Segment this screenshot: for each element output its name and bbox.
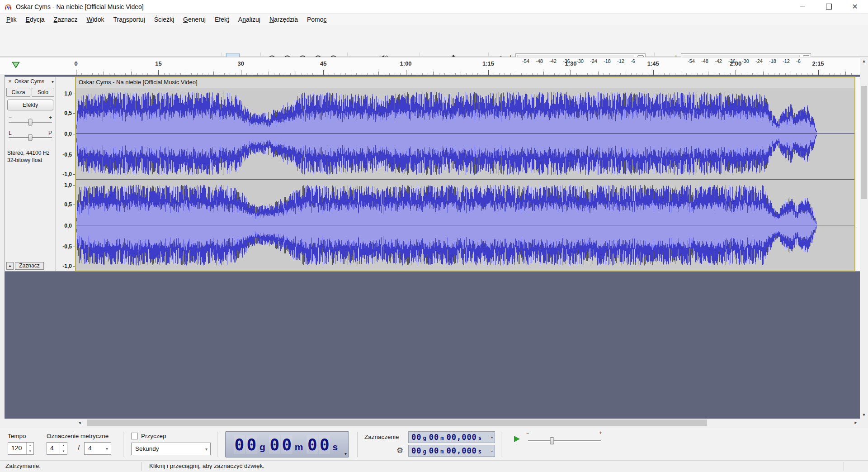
timeline-tick [818,70,819,75]
horizontal-scroll-thumb[interactable] [87,420,707,426]
menu-transportuj[interactable]: Transportuj [108,14,149,25]
play-at-speed-button[interactable] [509,432,524,446]
timeline-tick [642,73,642,75]
spin-down-icon[interactable]: ▾ [60,448,67,454]
spin-down-icon[interactable]: ▾ [27,448,33,454]
timeline-tick-label: 0 [74,60,77,67]
selection-end-field[interactable]: 00g00m00,000s▾ [408,445,495,457]
meter-scale-number: -6 [796,54,801,68]
big-time-display[interactable]: 00g00m00s ▾ [225,431,349,458]
time-signature-lower-select[interactable]: 4 ▾ [84,442,111,455]
timeline-tick [345,73,346,75]
menu-generuj[interactable]: Generuj [179,14,210,25]
track-name-menu[interactable]: Oskar Cyms ▾ [14,78,55,86]
timeline-tick [384,73,384,75]
menu-cieki[interactable]: Ścieżki [150,14,179,25]
chevron-down-icon[interactable]: ▾ [491,449,493,453]
scroll-left-icon: ◂ [78,420,81,425]
menu-plik[interactable]: Plik [2,14,21,25]
clip-header[interactable]: Oskar Cyms - Na niebie [Official Music V… [76,77,854,88]
gain-slider-thumb[interactable] [28,119,33,126]
track-select-button[interactable]: Zaznacz [15,262,44,270]
timeline-tick [153,73,153,75]
time-signature-upper-value: 4 [50,444,54,452]
snap-unit-select[interactable]: Sekundy ▾ [131,443,211,455]
restore-icon [826,4,832,10]
chevron-down-icon: ▾ [106,446,108,451]
meter-scale-number: -42 [549,54,557,68]
horizontal-scrollbar[interactable]: ◂ ▸ [0,419,860,427]
speed-plus-label: + [599,430,602,435]
scroll-left-button[interactable]: ◂ [75,419,84,427]
vertical-scroll-thumb[interactable] [861,86,867,199]
scroll-up-button[interactable]: ▴ [860,57,868,65]
track-close-button[interactable]: × [6,78,14,85]
timeline-tick [494,73,494,75]
menu-analizuj[interactable]: Analizuj [234,14,265,25]
track-workspace[interactable]: × Oskar Cyms ▾ Cisza Solo Efekty − + L P [0,75,868,419]
mute-label: Cisza [11,89,25,95]
speed-slider-thumb[interactable] [550,437,554,444]
amplitude-ruler[interactable]: 1,00,50,0-0,5-1,01,00,50,0-0,5-1,0 [56,76,75,272]
chevron-down-icon[interactable]: ▾ [491,435,493,440]
timeline-tick [219,73,219,75]
waveform-channel-left[interactable] [76,88,854,179]
playback-speed-slider[interactable]: − + [527,431,602,446]
menu-narzdzia[interactable]: Narzędzia [265,14,302,25]
meter-scale-number: -48 [536,54,543,68]
scroll-right-button[interactable]: ▸ [852,419,860,427]
close-button[interactable]: × [842,0,868,13]
timeline-tick [203,73,203,75]
timeline-tick [120,73,120,75]
spin-up-icon[interactable]: ▴ [27,443,33,448]
pan-slider-thumb[interactable] [28,134,33,141]
spin-up-icon[interactable]: ▴ [60,443,67,448]
timeline-tick [571,70,571,75]
pinned-playhead-icon[interactable] [12,62,20,70]
timeline-tick-label: 30 [238,60,244,67]
time-signature-slash: / [78,444,80,452]
menu-zaznacz[interactable]: Zaznacz [49,14,82,25]
collapse-icon: ▲ [8,264,12,268]
timeline-tick [604,73,604,75]
meter-scale-number: -18 [604,54,611,68]
timeline-tick [246,73,247,75]
restore-button[interactable] [816,0,842,13]
timeline-tick [554,73,555,75]
meter-scale-number: -30 [576,54,584,68]
effects-button[interactable]: Efekty [7,100,53,110]
solo-button[interactable]: Solo [32,88,54,97]
menu-efekt[interactable]: Efekt [210,14,234,25]
scroll-down-button[interactable]: ▾ [860,411,868,419]
track-name: Oskar Cyms [14,78,44,85]
menu-pomoc[interactable]: Pomoc [302,14,331,25]
track-collapse-button[interactable]: ▲ [6,262,14,270]
timeline-tick [741,73,741,75]
time-unit: s [478,435,481,441]
vertical-scrollbar[interactable]: ▴ ▾ [860,57,868,419]
selection-start-field[interactable]: 00g00m00,000s▾ [408,431,495,443]
pan-slider[interactable]: L P [6,130,55,141]
time-signature-upper-input[interactable]: 4 ▴▾ [47,442,67,455]
mute-button[interactable]: Cisza [6,88,30,97]
minimize-button[interactable]: ─ [789,0,816,13]
meter-scale-number: -54 [688,54,695,68]
timeline-tick [505,73,505,75]
tempo-input[interactable]: 120 ▴▾ [8,442,34,455]
waveform-channel-right[interactable] [76,180,854,271]
menu-widok[interactable]: Widok [82,14,109,25]
snap-checkbox[interactable] [131,433,138,439]
scroll-down-icon: ▾ [863,412,865,417]
gear-icon[interactable]: ⚙ [396,446,403,455]
menu-edycja[interactable]: Edycja [21,14,49,25]
tempo-spinner[interactable]: ▴▾ [26,443,33,454]
time-format-menu-icon[interactable]: ▾ [344,451,347,456]
gain-slider[interactable]: − + [6,115,55,126]
timeline-tick [147,73,148,75]
time-signature-spinner[interactable]: ▴▾ [60,443,67,454]
toolbar-separator [123,432,123,457]
meter-scale-number: -12 [617,54,624,68]
track-format-info: Stereo, 44100 Hz 32-bitowy float [7,149,49,164]
audio-clip[interactable]: Oskar Cyms - Na niebie [Official Music V… [75,76,855,272]
timeline-tick [367,73,368,75]
